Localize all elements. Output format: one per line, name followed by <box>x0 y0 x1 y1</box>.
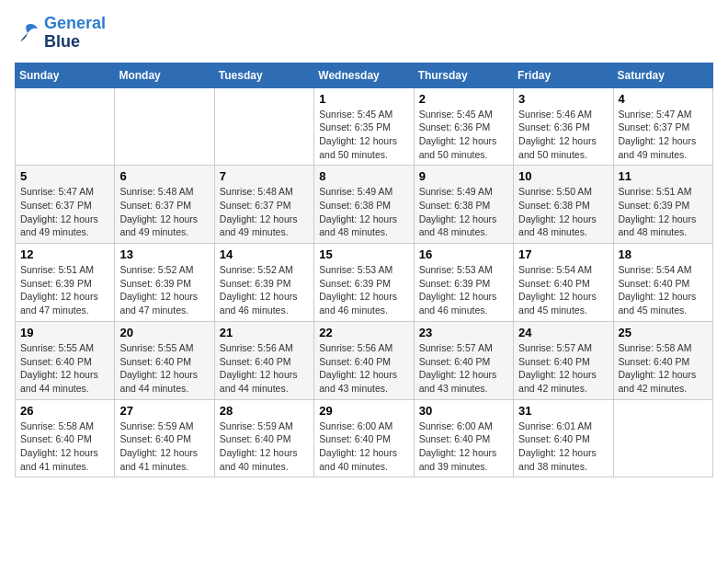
calendar-cell: 7Sunrise: 5:48 AMSunset: 6:37 PMDaylight… <box>214 166 313 244</box>
page-header: GeneralBlue <box>15 15 713 52</box>
calendar-cell: 22Sunrise: 5:56 AMSunset: 6:40 PMDayligh… <box>314 321 414 399</box>
day-number: 14 <box>220 247 309 261</box>
calendar-week-row: 12Sunrise: 5:51 AMSunset: 6:39 PMDayligh… <box>16 244 713 322</box>
day-number: 11 <box>619 169 708 183</box>
day-number: 28 <box>220 404 309 418</box>
day-number: 31 <box>518 404 608 418</box>
calendar-cell: 30Sunrise: 6:00 AMSunset: 6:40 PMDayligh… <box>414 399 513 477</box>
day-info: Sunrise: 5:52 AMSunset: 6:39 PMDaylight:… <box>220 263 309 317</box>
day-info: Sunrise: 5:49 AMSunset: 6:38 PMDaylight:… <box>319 185 408 239</box>
day-number: 27 <box>119 404 209 418</box>
day-info: Sunrise: 5:48 AMSunset: 6:37 PMDaylight:… <box>119 185 209 239</box>
calendar-cell: 15Sunrise: 5:53 AMSunset: 6:39 PMDayligh… <box>314 244 414 322</box>
day-info: Sunrise: 5:51 AMSunset: 6:39 PMDaylight:… <box>619 185 708 239</box>
day-number: 29 <box>319 404 408 418</box>
day-number: 12 <box>20 247 109 261</box>
calendar-cell: 29Sunrise: 6:00 AMSunset: 6:40 PMDayligh… <box>314 399 414 477</box>
calendar-cell: 28Sunrise: 5:59 AMSunset: 6:40 PMDayligh… <box>214 399 313 477</box>
calendar-cell: 6Sunrise: 5:48 AMSunset: 6:37 PMDaylight… <box>115 166 214 244</box>
calendar-cell: 23Sunrise: 5:57 AMSunset: 6:40 PMDayligh… <box>414 321 513 399</box>
day-number: 10 <box>518 169 608 183</box>
day-of-week-header: Wednesday <box>314 63 414 87</box>
calendar-cell: 21Sunrise: 5:56 AMSunset: 6:40 PMDayligh… <box>214 321 313 399</box>
day-info: Sunrise: 5:52 AMSunset: 6:39 PMDaylight:… <box>119 263 209 317</box>
day-info: Sunrise: 5:51 AMSunset: 6:39 PMDaylight:… <box>20 263 109 317</box>
day-number: 2 <box>419 92 508 106</box>
day-number: 5 <box>20 169 109 183</box>
day-info: Sunrise: 5:56 AMSunset: 6:40 PMDaylight:… <box>319 341 408 396</box>
calendar-week-row: 19Sunrise: 5:55 AMSunset: 6:40 PMDayligh… <box>16 321 713 399</box>
calendar-cell: 13Sunrise: 5:52 AMSunset: 6:39 PMDayligh… <box>115 244 214 322</box>
day-number: 22 <box>319 326 408 339</box>
day-info: Sunrise: 5:53 AMSunset: 6:39 PMDaylight:… <box>319 263 408 317</box>
day-number: 18 <box>619 247 708 261</box>
calendar-cell: 31Sunrise: 6:01 AMSunset: 6:40 PMDayligh… <box>514 399 613 477</box>
calendar-cell: 20Sunrise: 5:55 AMSunset: 6:40 PMDayligh… <box>115 321 214 399</box>
day-number: 16 <box>419 247 508 261</box>
day-info: Sunrise: 6:00 AMSunset: 6:40 PMDaylight:… <box>319 419 408 474</box>
day-info: Sunrise: 5:46 AMSunset: 6:36 PMDaylight:… <box>518 108 608 162</box>
calendar-week-row: 26Sunrise: 5:58 AMSunset: 6:40 PMDayligh… <box>16 399 713 477</box>
calendar-week-row: 5Sunrise: 5:47 AMSunset: 6:37 PMDaylight… <box>16 166 713 244</box>
calendar-cell: 9Sunrise: 5:49 AMSunset: 6:38 PMDaylight… <box>414 166 513 244</box>
day-info: Sunrise: 6:00 AMSunset: 6:40 PMDaylight:… <box>419 419 508 474</box>
day-info: Sunrise: 5:50 AMSunset: 6:38 PMDaylight:… <box>518 185 608 239</box>
day-number: 15 <box>319 247 408 261</box>
day-number: 3 <box>518 92 608 106</box>
day-info: Sunrise: 5:59 AMSunset: 6:40 PMDaylight:… <box>119 419 209 474</box>
calendar-cell <box>16 87 115 166</box>
logo-icon <box>15 20 40 46</box>
day-info: Sunrise: 5:54 AMSunset: 6:40 PMDaylight:… <box>518 263 608 317</box>
calendar-cell: 1Sunrise: 5:45 AMSunset: 6:35 PMDaylight… <box>314 87 414 166</box>
calendar-cell: 8Sunrise: 5:49 AMSunset: 6:38 PMDaylight… <box>314 166 414 244</box>
calendar-header-row: SundayMondayTuesdayWednesdayThursdayFrid… <box>16 63 713 87</box>
calendar-cell: 11Sunrise: 5:51 AMSunset: 6:39 PMDayligh… <box>613 166 712 244</box>
day-info: Sunrise: 5:47 AMSunset: 6:37 PMDaylight:… <box>619 108 708 162</box>
calendar-cell: 18Sunrise: 5:54 AMSunset: 6:40 PMDayligh… <box>613 244 712 322</box>
calendar-cell: 12Sunrise: 5:51 AMSunset: 6:39 PMDayligh… <box>16 244 115 322</box>
day-info: Sunrise: 5:59 AMSunset: 6:40 PMDaylight:… <box>220 419 309 474</box>
calendar-cell: 14Sunrise: 5:52 AMSunset: 6:39 PMDayligh… <box>214 244 313 322</box>
day-of-week-header: Saturday <box>613 63 712 87</box>
calendar-cell: 17Sunrise: 5:54 AMSunset: 6:40 PMDayligh… <box>514 244 613 322</box>
day-of-week-header: Tuesday <box>214 63 313 87</box>
calendar-cell: 26Sunrise: 5:58 AMSunset: 6:40 PMDayligh… <box>16 399 115 477</box>
day-number: 13 <box>119 247 209 261</box>
day-number: 23 <box>419 326 508 339</box>
calendar-cell: 3Sunrise: 5:46 AMSunset: 6:36 PMDaylight… <box>514 87 613 166</box>
day-info: Sunrise: 5:57 AMSunset: 6:40 PMDaylight:… <box>419 341 508 396</box>
calendar-cell: 10Sunrise: 5:50 AMSunset: 6:38 PMDayligh… <box>514 166 613 244</box>
day-info: Sunrise: 5:58 AMSunset: 6:40 PMDaylight:… <box>619 341 708 396</box>
calendar-cell: 19Sunrise: 5:55 AMSunset: 6:40 PMDayligh… <box>16 321 115 399</box>
day-number: 25 <box>619 326 708 339</box>
day-number: 4 <box>619 92 708 106</box>
day-info: Sunrise: 5:45 AMSunset: 6:36 PMDaylight:… <box>419 108 508 162</box>
day-number: 30 <box>419 404 508 418</box>
day-of-week-header: Thursday <box>414 63 513 87</box>
day-number: 26 <box>20 404 109 418</box>
day-info: Sunrise: 5:49 AMSunset: 6:38 PMDaylight:… <box>419 185 508 239</box>
day-number: 24 <box>518 326 608 339</box>
day-number: 20 <box>119 326 209 339</box>
calendar-cell: 24Sunrise: 5:57 AMSunset: 6:40 PMDayligh… <box>514 321 613 399</box>
day-of-week-header: Friday <box>514 63 613 87</box>
day-info: Sunrise: 5:55 AMSunset: 6:40 PMDaylight:… <box>119 341 209 396</box>
calendar-cell: 5Sunrise: 5:47 AMSunset: 6:37 PMDaylight… <box>16 166 115 244</box>
calendar-cell: 25Sunrise: 5:58 AMSunset: 6:40 PMDayligh… <box>613 321 712 399</box>
day-info: Sunrise: 5:45 AMSunset: 6:35 PMDaylight:… <box>319 108 408 162</box>
day-number: 7 <box>220 169 309 183</box>
calendar-week-row: 1Sunrise: 5:45 AMSunset: 6:35 PMDaylight… <box>16 87 713 166</box>
day-of-week-header: Sunday <box>16 63 115 87</box>
logo-text: GeneralBlue <box>44 15 106 52</box>
day-info: Sunrise: 5:47 AMSunset: 6:37 PMDaylight:… <box>20 185 109 239</box>
day-number: 9 <box>419 169 508 183</box>
calendar-cell: 27Sunrise: 5:59 AMSunset: 6:40 PMDayligh… <box>115 399 214 477</box>
day-info: Sunrise: 5:48 AMSunset: 6:37 PMDaylight:… <box>220 185 309 239</box>
calendar-cell: 2Sunrise: 5:45 AMSunset: 6:36 PMDaylight… <box>414 87 513 166</box>
calendar-cell: 4Sunrise: 5:47 AMSunset: 6:37 PMDaylight… <box>613 87 712 166</box>
day-number: 19 <box>20 326 109 339</box>
day-of-week-header: Monday <box>115 63 214 87</box>
calendar-cell <box>613 399 712 477</box>
day-info: Sunrise: 5:55 AMSunset: 6:40 PMDaylight:… <box>20 341 109 396</box>
day-number: 17 <box>518 247 608 261</box>
